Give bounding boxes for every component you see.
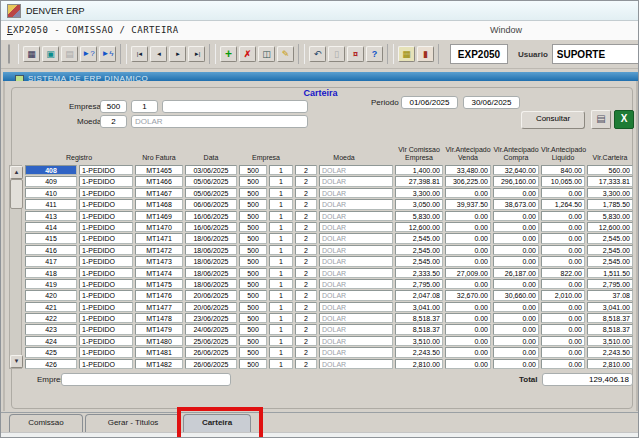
cell-moeda-nome[interactable]: DOLAR (319, 245, 393, 255)
table-row[interactable]: 4181-PEDIDOMT147418/06/202550012DOLAR2,3… (25, 268, 633, 278)
cell-moeda-nome[interactable]: DOLAR (319, 222, 393, 232)
cell-empresa[interactable]: 500 (239, 222, 267, 232)
cell-vlr-antecipado-compra[interactable]: 0.00 (493, 313, 539, 323)
tab-carteira[interactable]: Carteira (183, 414, 251, 432)
table-row[interactable]: 4131-PEDIDOMT146916/06/202550012DOLAR5,8… (25, 211, 633, 221)
cell-moeda-nome[interactable]: DOLAR (319, 199, 393, 209)
moeda-name-field[interactable] (131, 115, 308, 128)
cell-data[interactable]: 05/06/2025 (185, 176, 237, 186)
cell-nro-fatura[interactable]: MT1481 (135, 347, 183, 357)
cell-vlr-antecipado-compra[interactable]: 0.00 (493, 347, 539, 357)
cell-tipo[interactable]: 1-PEDIDO (79, 302, 133, 312)
cell-tipo[interactable]: 1-PEDIDO (79, 199, 133, 209)
cell-vlr-comissao-empresa[interactable]: 2,810.00 (395, 359, 443, 369)
cell-moeda-nome[interactable]: DOLAR (319, 211, 393, 221)
cell-registro[interactable]: 425 (25, 347, 77, 357)
table-row[interactable]: 4151-PEDIDOMT147118/06/202550012DOLAR2,5… (25, 233, 633, 243)
scroll-down-icon[interactable]: ▼ (10, 355, 23, 368)
run-icon[interactable]: ►ϟ (99, 46, 116, 62)
cell-data[interactable]: 16/06/2025 (185, 222, 237, 232)
cell-nro-fatura[interactable]: MT1466 (135, 176, 183, 186)
usuario-field[interactable] (552, 44, 639, 64)
cell-filial[interactable]: 1 (269, 313, 293, 323)
empresa-sub-field[interactable] (131, 100, 158, 113)
cell-vlr-carteira[interactable]: 17,333.81 (587, 176, 633, 186)
cell-data[interactable]: 26/06/2025 (185, 347, 237, 357)
cell-vlr-antecipado-liquido[interactable]: 10,065.00 (541, 176, 585, 186)
cell-data[interactable]: 18/06/2025 (185, 279, 237, 289)
cell-vlr-carteira[interactable]: 2,810.00 (587, 359, 633, 369)
cell-registro[interactable]: 411 (25, 199, 77, 209)
cell-vlr-carteira[interactable]: 1,511.50 (587, 268, 633, 278)
cell-vlr-antecipado-compra[interactable]: 0.00 (493, 188, 539, 198)
cell-data[interactable]: 23/06/2025 (185, 313, 237, 323)
cell-moeda[interactable]: 2 (295, 211, 317, 221)
cell-filial[interactable]: 1 (269, 233, 293, 243)
cell-empresa[interactable]: 500 (239, 359, 267, 369)
cell-moeda[interactable]: 2 (295, 359, 317, 369)
cell-moeda[interactable]: 2 (295, 233, 317, 243)
cell-vlr-comissao-empresa[interactable]: 2,333.50 (395, 268, 443, 278)
cell-moeda-nome[interactable]: DOLAR (319, 279, 393, 289)
cell-empresa[interactable]: 500 (239, 290, 267, 300)
cell-tipo[interactable]: 1-PEDIDO (79, 222, 133, 232)
cell-filial[interactable]: 1 (269, 302, 293, 312)
cell-nro-fatura[interactable]: MT1465 (135, 165, 183, 175)
cell-filial[interactable]: 1 (269, 336, 293, 346)
cell-empresa[interactable]: 500 (239, 188, 267, 198)
cell-data[interactable]: 20/06/2025 (185, 302, 237, 312)
cell-data[interactable]: 18/06/2025 (185, 233, 237, 243)
cell-tipo[interactable]: 1-PEDIDO (79, 336, 133, 346)
table-row[interactable]: 4141-PEDIDOMT147016/06/202550012DOLAR12,… (25, 222, 633, 232)
cell-filial[interactable]: 1 (269, 324, 293, 334)
cell-nro-fatura[interactable]: MT1477 (135, 302, 183, 312)
cell-empresa[interactable]: 500 (239, 165, 267, 175)
cell-registro[interactable]: 419 (25, 279, 77, 289)
cell-nro-fatura[interactable]: MT1469 (135, 211, 183, 221)
cell-data[interactable]: 06/06/2025 (185, 199, 237, 209)
cell-vlr-antecipado-liquido[interactable]: 0.00 (541, 222, 585, 232)
cell-nro-fatura[interactable]: MT1476 (135, 290, 183, 300)
cell-vlr-antecipado-compra[interactable]: 26,187.00 (493, 268, 539, 278)
cell-nro-fatura[interactable]: MT1478 (135, 313, 183, 323)
cell-empresa[interactable]: 500 (239, 313, 267, 323)
cell-vlr-antecipado-venda[interactable]: 0.00 (445, 336, 491, 346)
moeda-code-field[interactable] (100, 115, 127, 128)
table-icon[interactable]: ▦ (398, 46, 415, 62)
cell-vlr-antecipado-liquido[interactable]: 0.00 (541, 245, 585, 255)
cell-registro[interactable]: 421 (25, 302, 77, 312)
cell-nro-fatura[interactable]: MT1479 (135, 324, 183, 334)
empresa-name-field[interactable] (162, 100, 308, 113)
cell-vlr-antecipado-venda[interactable]: 306,225.00 (445, 176, 491, 186)
table-row[interactable]: 4231-PEDIDOMT147924/06/202550012DOLAR8,5… (25, 324, 633, 334)
program-code-field[interactable] (450, 44, 508, 64)
cell-moeda-nome[interactable]: DOLAR (319, 359, 393, 369)
cell-registro[interactable]: 408 (25, 165, 77, 175)
table-row[interactable]: 4201-PEDIDOMT147620/06/202550012DOLAR2,0… (25, 290, 633, 300)
cell-tipo[interactable]: 1-PEDIDO (79, 245, 133, 255)
cell-vlr-antecipado-venda[interactable]: 0.00 (445, 188, 491, 198)
table-row[interactable]: 4251-PEDIDOMT148126/06/202550012DOLAR2,2… (25, 347, 633, 357)
cell-vlr-antecipado-venda[interactable]: 0.00 (445, 233, 491, 243)
cell-moeda-nome[interactable]: DOLAR (319, 290, 393, 300)
cell-registro[interactable]: 417 (25, 256, 77, 266)
cell-tipo[interactable]: 1-PEDIDO (79, 324, 133, 334)
table-row[interactable]: 4171-PEDIDOMT147318/06/202550012DOLAR2,5… (25, 256, 633, 266)
cell-data[interactable]: 18/06/2025 (185, 256, 237, 266)
nav-next-icon[interactable]: ► (169, 46, 186, 62)
footer-empresa-field[interactable] (61, 373, 231, 386)
cell-moeda-nome[interactable]: DOLAR (319, 302, 393, 312)
cell-moeda[interactable]: 2 (295, 245, 317, 255)
cell-filial[interactable]: 1 (269, 188, 293, 198)
cell-vlr-carteira[interactable]: 3,300.00 (587, 188, 633, 198)
cell-vlr-antecipado-liquido[interactable]: 0.00 (541, 324, 585, 334)
cell-empresa[interactable]: 500 (239, 256, 267, 266)
cell-vlr-antecipado-compra[interactable]: 0.00 (493, 211, 539, 221)
cell-data[interactable]: 25/06/2025 (185, 336, 237, 346)
cell-vlr-antecipado-liquido[interactable]: 0.00 (541, 188, 585, 198)
cell-vlr-antecipado-liquido[interactable]: 822.00 (541, 268, 585, 278)
cell-vlr-antecipado-compra[interactable]: 32,640.00 (493, 165, 539, 175)
cell-data[interactable]: 20/06/2025 (185, 290, 237, 300)
cell-vlr-antecipado-compra[interactable]: 30,660.00 (493, 290, 539, 300)
cell-vlr-comissao-empresa[interactable]: 8,518.37 (395, 324, 443, 334)
